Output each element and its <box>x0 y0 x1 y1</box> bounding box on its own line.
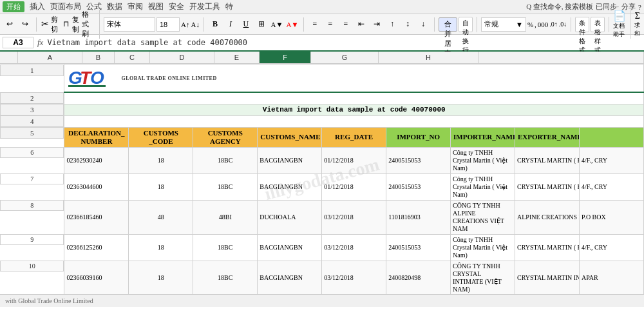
cell-import-no-1[interactable]: 2400515053 <box>386 147 451 173</box>
col-header-b[interactable]: B <box>82 52 115 63</box>
cell-customs-name-1[interactable]: BACGIANGBN <box>258 147 322 173</box>
menu-item-dev[interactable]: 开发工具 <box>189 1 220 12</box>
cell-customs-agency-3[interactable]: 48BI <box>193 200 258 234</box>
indent-icon[interactable]: ⇤ <box>354 17 368 32</box>
cell-customs-code-1[interactable]: 18 <box>129 147 193 173</box>
cell-customs-agency-2[interactable]: 18BC <box>193 173 258 200</box>
font-decrease-icon[interactable]: A↓ <box>191 21 199 28</box>
font-size-input[interactable] <box>156 17 180 32</box>
cell-customs-agency-4[interactable]: 18BC <box>193 234 258 261</box>
cell-extra-5[interactable]: APAR <box>579 261 643 295</box>
cell-exporter-5[interactable]: CRYSTAL MARTIN INTIMATE (MCO) LIMITED <box>515 261 580 295</box>
redo-icon[interactable]: ↪ <box>18 17 32 32</box>
number-format-combo[interactable]: 常规▼ <box>481 17 526 32</box>
col-header-e[interactable]: E <box>214 52 260 63</box>
comma-icon[interactable]: , <box>535 21 536 28</box>
cell-customs-code-2[interactable]: 18 <box>129 173 193 200</box>
cell-declaration-3[interactable]: 02366185460 <box>64 200 129 234</box>
thousands-icon[interactable]: 000 <box>538 21 549 28</box>
menu-item-data[interactable]: 数据 <box>107 1 122 12</box>
menu-item-view[interactable]: 视图 <box>148 1 164 12</box>
increase-decimal-icon[interactable]: .0↑ <box>549 21 558 28</box>
cell-exporter-4[interactable]: CRYSTAL MARTIN ( HONG KONG) LIMITED <box>515 234 580 261</box>
cell-customs-code-3[interactable]: 48 <box>129 200 193 234</box>
cell-reg-date-4[interactable]: 03/12/2018 <box>322 234 386 261</box>
cell-customs-code-4[interactable]: 18 <box>129 234 193 261</box>
cell-importer-4[interactable]: Công ty TNHH Crystal Martin ( Việt Nam) <box>451 234 515 261</box>
cell-reference-input[interactable] <box>3 37 33 48</box>
border-icon[interactable]: ⊞ <box>254 17 269 32</box>
pct-icon[interactable]: % <box>527 21 533 28</box>
sum-button[interactable]: Σ 求和 <box>634 11 640 38</box>
cell-extra-4[interactable]: 4/F., CRY <box>579 234 643 261</box>
menu-item-review[interactable]: 审阅 <box>128 1 143 12</box>
cell-declaration-2[interactable]: 02363044600 <box>64 173 129 200</box>
cell-extra-1[interactable]: 4/F., CRY <box>579 147 643 173</box>
help-btn[interactable]: ? <box>638 3 641 11</box>
cell-customs-code-5[interactable]: 18 <box>129 261 193 295</box>
cell-importer-5[interactable]: CÔNG TY TNHH CRYSTAL INTIMATE (VIỆT NAM) <box>451 261 515 295</box>
col-header-a[interactable]: A <box>18 52 82 63</box>
cell-import-no-4[interactable]: 2400515053 <box>386 234 451 261</box>
search-commands[interactable]: Q 查找命令, 搜索模板 <box>526 2 593 12</box>
col-header-i[interactable] <box>478 52 644 63</box>
conditional-format-button[interactable]: 条件格式· <box>575 17 589 32</box>
font-color-icon[interactable]: A▼ <box>285 17 299 32</box>
align-top-icon[interactable]: ↑ <box>385 17 399 32</box>
merge-center-button[interactable]: 合并居中· <box>439 17 457 32</box>
cell-importer-2[interactable]: Công ty TNHH Crystal Martin ( Việt Nam) <box>451 173 515 200</box>
cell-customs-name-3[interactable]: DUCHOALA <box>258 200 322 234</box>
cell-exporter-2[interactable]: CRYSTAL MARTIN ( HONG KONG) LIMITED <box>515 173 580 200</box>
cell-exporter-3[interactable]: ALPINE CREATIONS LTD <box>515 200 580 234</box>
italic-icon[interactable]: I <box>223 17 238 32</box>
undo-icon[interactable]: ↩ <box>3 17 17 32</box>
cell-customs-agency-1[interactable]: 18BC <box>193 147 258 173</box>
cell-exporter-1[interactable]: CRYSTAL MARTIN ( HONG KONG) LIMITED <box>515 147 580 173</box>
align-middle-icon[interactable]: ↕ <box>401 17 415 32</box>
cell-reg-date-2[interactable]: 01/12/2018 <box>322 173 386 200</box>
fill-color-icon[interactable]: A▼ <box>270 17 284 32</box>
cell-reg-date-1[interactable]: 01/12/2018 <box>322 147 386 173</box>
cell-customs-name-2[interactable]: BACGIANGBN <box>258 173 322 200</box>
font-family-input[interactable] <box>104 17 155 32</box>
wrap-text-button[interactable]: 自动换行 <box>459 17 473 32</box>
copy-label[interactable]: 复制 <box>72 15 81 34</box>
underline-icon[interactable]: U <box>239 17 253 32</box>
cell-declaration-1[interactable]: 02362930240 <box>64 147 129 173</box>
cell-customs-name-4[interactable]: BACGIANGBN <box>258 234 322 261</box>
cell-import-no-3[interactable]: 1101816903 <box>386 200 451 234</box>
cell-customs-name-5[interactable]: BACGIANGBN <box>258 261 322 295</box>
col-header-f[interactable]: F <box>260 52 311 63</box>
outdent-icon[interactable]: ⇥ <box>370 17 384 32</box>
cell-extra-2[interactable]: 4/F., CRY <box>579 173 643 200</box>
cell-extra-3[interactable]: P.O BOX <box>579 200 643 234</box>
col-header-g[interactable]: G <box>311 52 379 63</box>
cut-icon[interactable]: ✂ <box>41 17 50 32</box>
menu-item-home[interactable]: 开始 <box>3 1 24 12</box>
col-header-h[interactable]: H <box>379 52 478 63</box>
cell-customs-agency-5[interactable]: 18BC <box>193 261 258 295</box>
cell-import-no-5[interactable]: 2400820498 <box>386 261 451 295</box>
align-bottom-icon[interactable]: ↓ <box>416 17 430 32</box>
col-header-d[interactable]: D <box>150 52 214 63</box>
cell-importer-3[interactable]: CÔNG TY TNHH ALPINE CREATIONS VIỆT NAM <box>451 200 515 234</box>
copy-icon[interactable]: ⊓ <box>61 17 70 32</box>
col-header-c[interactable]: C <box>115 52 150 63</box>
cell-reg-date-5[interactable]: 03/12/2018 <box>322 261 386 295</box>
format-label[interactable]: 格式刷 <box>82 10 95 39</box>
title-cell[interactable]: Vietnam import data sample at code 40070… <box>64 104 644 115</box>
menu-item-security[interactable]: 安全 <box>169 1 184 12</box>
cell-reg-date-3[interactable]: 03/12/2018 <box>322 200 386 234</box>
align-right-icon[interactable]: ≡ <box>339 17 353 32</box>
bold-icon[interactable]: B <box>208 17 222 32</box>
align-left-icon[interactable]: ≡ <box>308 17 322 32</box>
cell-declaration-5[interactable]: 02366039160 <box>64 261 129 295</box>
cut-label[interactable]: 剪切 <box>51 15 60 34</box>
table-style-button[interactable]: 表格样式· <box>591 17 605 32</box>
cell-declaration-4[interactable]: 02366125260 <box>64 234 129 261</box>
align-center-icon[interactable]: ≡ <box>323 17 337 32</box>
menu-item-special[interactable]: 特 <box>225 1 233 12</box>
cell-import-no-2[interactable]: 2400515053 <box>386 173 451 200</box>
decrease-decimal-icon[interactable]: .0↓ <box>559 21 567 28</box>
cell-importer-1[interactable]: Công ty TNHH Crystal Martin ( Việt Nam) <box>451 147 515 173</box>
